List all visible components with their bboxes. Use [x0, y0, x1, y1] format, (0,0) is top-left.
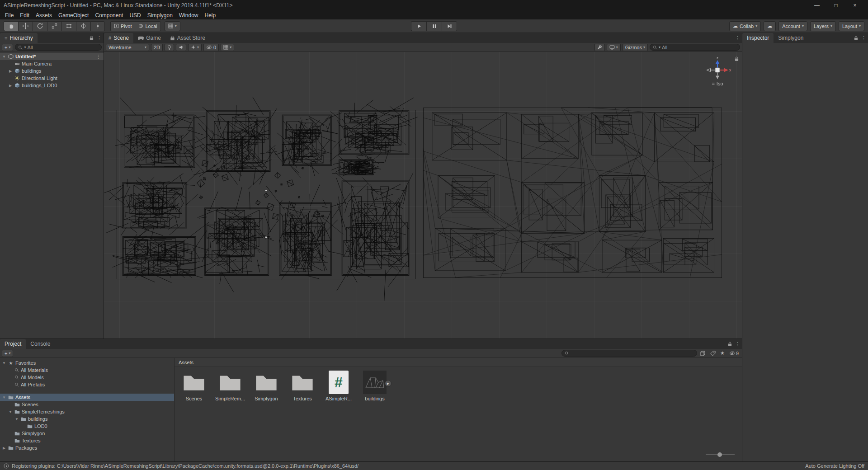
search-by-label-button[interactable] [709, 351, 717, 356]
project-create-button[interactable]: +▾ [2, 350, 13, 357]
project-search-input[interactable] [571, 351, 694, 356]
hierarchy-item-buildings-lod0[interactable]: ▶ buildings_LOD0 [0, 82, 104, 89]
grid-visibility-dropdown[interactable]: ▾ [221, 44, 234, 51]
scene-audio-button[interactable] [176, 44, 186, 51]
rotate-tool-button[interactable] [33, 21, 47, 31]
expander-icon[interactable]: ▼ [2, 395, 6, 400]
step-button[interactable] [442, 21, 457, 31]
packages-visibility-button[interactable]: 9 [728, 351, 740, 356]
expander-icon[interactable]: ▶ [8, 69, 13, 73]
scene-tabbar-menu-icon[interactable]: ⋮ [735, 35, 740, 41]
asset-item-script[interactable]: # ASimpleR... [321, 371, 356, 401]
scene-search[interactable]: ▾ [650, 44, 740, 51]
rect-tool-button[interactable] [61, 21, 76, 31]
move-tool-button[interactable] [18, 21, 33, 31]
scene-lighting-button[interactable] [165, 44, 174, 51]
favorites-root[interactable]: ▼ ★ Favorites [0, 359, 174, 367]
project-menu-icon[interactable]: ⋮ [735, 341, 740, 347]
menu-edit[interactable]: Edit [17, 12, 33, 19]
asset-item-simpleremeshings[interactable]: SimpleRem... [212, 371, 248, 401]
asset-item-scenes[interactable]: Scenes [176, 371, 212, 401]
close-button[interactable]: × [845, 2, 864, 9]
menu-usd[interactable]: USD [126, 12, 144, 19]
gizmo-projection-toggle[interactable]: ≡Iso [703, 81, 732, 86]
hierarchy-menu-icon[interactable]: ⋮ [97, 35, 102, 41]
tree-simplygon[interactable]: Simplygon [0, 430, 174, 437]
tab-asset-store[interactable]: Asset Store [165, 33, 210, 43]
expander-icon[interactable]: ▶ [2, 446, 6, 450]
hierarchy-create-button[interactable]: +▾ [2, 44, 13, 51]
menu-window[interactable]: Window [176, 12, 202, 19]
transform-tool-button[interactable] [76, 21, 90, 31]
tab-hierarchy[interactable]: ≡ Hierarchy [0, 33, 38, 43]
tree-packages[interactable]: ▶ Packages [0, 444, 174, 451]
assets-zoom-slider[interactable] [706, 452, 735, 457]
custom-tool-button[interactable] [90, 21, 105, 31]
expander-icon[interactable]: ▶ [8, 84, 13, 88]
view-tool-button[interactable] [4, 21, 18, 31]
favorites-all-prefabs[interactable]: All Prefabs [0, 381, 174, 388]
hierarchy-item-buildings[interactable]: ▶ buildings [0, 67, 104, 75]
hierarchy-search-input[interactable] [27, 45, 99, 50]
menu-component[interactable]: Component [92, 12, 126, 19]
expander-icon[interactable]: ▼ [14, 417, 19, 421]
favorites-all-materials[interactable]: All Materials [0, 367, 174, 374]
local-toggle-button[interactable]: Local [135, 21, 160, 31]
project-search[interactable] [561, 350, 697, 357]
zoom-slider-knob[interactable] [717, 452, 722, 457]
pause-button[interactable] [426, 21, 442, 31]
tab-simplygon[interactable]: Simplygon [774, 33, 808, 43]
scene-camera-dropdown[interactable]: ▾ [607, 44, 621, 51]
draw-mode-dropdown[interactable]: Wireframe▾ [106, 44, 149, 51]
tab-project[interactable]: Project [0, 339, 26, 349]
scene-visibility-button[interactable]: 0 [203, 44, 219, 51]
auto-generate-lighting-toggle[interactable]: Auto Generate Lighting Off [805, 463, 864, 469]
2d-toggle-button[interactable]: 2D [151, 44, 163, 51]
inspector-lock-icon[interactable] [854, 36, 858, 41]
inspector-menu-icon[interactable]: ⋮ [861, 35, 866, 41]
search-by-type-button[interactable] [699, 351, 707, 356]
scene-canvas[interactable] [104, 52, 742, 338]
minimize-button[interactable]: — [807, 2, 826, 9]
tree-lod0[interactable]: LOD0 [0, 423, 174, 430]
menu-simplygon[interactable]: Simplygon [144, 12, 176, 19]
account-dropdown[interactable]: Account▾ [778, 21, 807, 31]
scene-search-input[interactable] [662, 45, 737, 50]
expander-icon[interactable]: ▼ [2, 55, 6, 59]
tree-assets[interactable]: ▼ Assets [0, 394, 174, 401]
menu-file[interactable]: File [2, 12, 17, 19]
layout-dropdown[interactable]: Layout▾ [839, 21, 864, 31]
gizmo-lock-icon[interactable] [735, 56, 739, 61]
tree-simpleremeshings[interactable]: ▼ SimpleRemeshings [0, 408, 174, 415]
menu-assets[interactable]: Assets [33, 12, 55, 19]
grid-snap-button[interactable]: ▾ [165, 21, 180, 31]
save-search-button[interactable]: ★ [719, 350, 726, 356]
asset-item-textures[interactable]: Textures [285, 371, 320, 401]
tab-inspector[interactable]: Inspector [742, 33, 774, 43]
hierarchy-item-scene-root[interactable]: ▼ Untitled* ⋮ [0, 53, 104, 60]
expander-icon[interactable]: ▼ [8, 410, 13, 414]
tab-scene[interactable]: # Scene [104, 33, 133, 43]
scene-tools-button[interactable] [594, 44, 605, 51]
scene-effects-dropdown[interactable]: ▾ [188, 44, 202, 51]
tree-textures[interactable]: Textures [0, 437, 174, 444]
pivot-toggle-button[interactable]: Pivot [110, 21, 135, 31]
tree-scenes[interactable]: Scenes [0, 401, 174, 408]
maximize-button[interactable]: □ [826, 2, 845, 9]
tab-console[interactable]: Console [26, 339, 55, 349]
scene-orientation-gizmo[interactable]: z x ≡Iso [703, 56, 732, 86]
asset-expand-arrow[interactable]: ▶ [385, 380, 392, 387]
play-button[interactable] [411, 21, 426, 31]
tab-game[interactable]: Game [133, 33, 165, 43]
hierarchy-item-directional-light[interactable]: Directional Light [0, 75, 104, 82]
menu-help[interactable]: Help [202, 12, 219, 19]
gizmos-dropdown[interactable]: Gizmos▾ [623, 44, 648, 51]
menu-gameobject[interactable]: GameObject [55, 12, 92, 19]
favorites-all-models[interactable]: All Models [0, 374, 174, 381]
search-filter-caret-icon[interactable]: ▾ [24, 46, 26, 49]
cloud-services-button[interactable]: ☁ [764, 21, 776, 31]
scene-menu-icon[interactable]: ⋮ [96, 54, 104, 60]
asset-item-buildings-model[interactable]: ▶ buildings [357, 371, 392, 401]
hierarchy-lock-icon[interactable] [90, 36, 94, 41]
project-lock-icon[interactable] [728, 342, 732, 347]
